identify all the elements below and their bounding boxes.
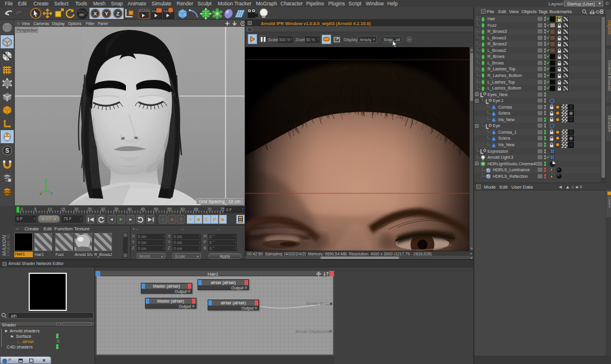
- svg-text:Z: Z: [116, 11, 120, 17]
- svg-text:S: S: [5, 147, 10, 154]
- svg-text:nbr: nbr: [80, 13, 85, 16]
- svg-text:Y: Y: [104, 11, 108, 17]
- svg-text:X: X: [93, 11, 97, 17]
